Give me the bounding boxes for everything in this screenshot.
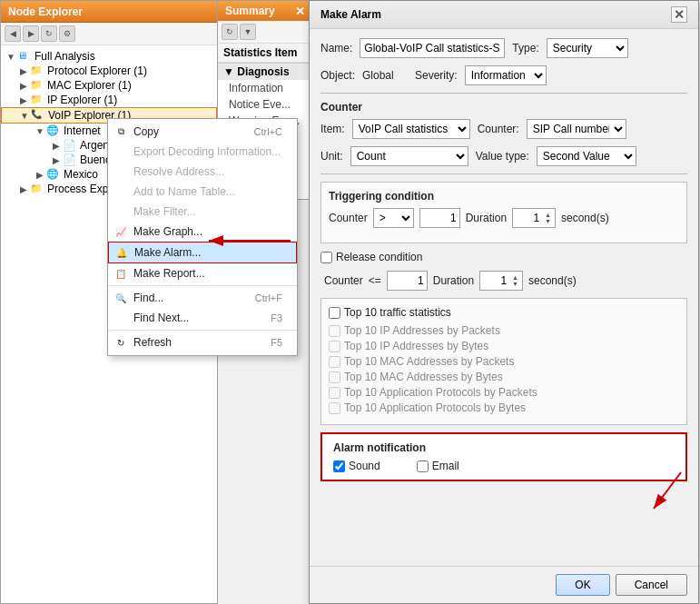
unit-label: Unit: <box>320 150 343 163</box>
release-condition-label[interactable]: Release condition <box>320 251 422 263</box>
counter-label: Counter: <box>478 123 519 135</box>
release-operator: <= <box>369 274 381 287</box>
top10-sub-checkbox-5 <box>329 402 340 414</box>
stats-item-information[interactable]: Information <box>218 80 312 96</box>
stats-item-notice[interactable]: Notice Eve... <box>218 96 312 113</box>
trigger-counter-row: Counter >>=<<== Duration ▲ ▼ second(s) <box>329 208 679 228</box>
release-condition-row: Release condition <box>320 251 687 263</box>
find-next-icon <box>113 311 128 325</box>
menu-item-filter: Make Filter... <box>108 202 297 222</box>
ok-button[interactable]: OK <box>556 574 609 596</box>
severity-select[interactable]: InformationWarningErrorCritical <box>465 65 547 85</box>
name-label: Name: <box>320 42 352 54</box>
expand-icon: ▶ <box>17 81 30 91</box>
trigger-duration-down[interactable]: ▼ <box>543 218 553 224</box>
type-select[interactable]: SecurityInformationWarningError <box>547 38 628 58</box>
trigger-duration-spinbox[interactable]: ▲ ▼ <box>512 208 556 228</box>
top10-item-5: Top 10 Application Protocols by Bytes <box>329 401 679 414</box>
dialog-title: Make Alarm ✕ <box>310 1 698 29</box>
filter-icon <box>113 204 128 219</box>
refresh-small-icon[interactable]: ↻ <box>222 24 238 40</box>
folder-icon: 📁 <box>30 94 44 106</box>
value-type-select[interactable]: Second ValueDelta ValueCumulative Value <box>537 146 636 166</box>
cancel-button[interactable]: Cancel <box>616 574 687 596</box>
menu-item-alarm[interactable]: 🔔 Make Alarm... <box>108 242 297 263</box>
trigger-operator-select[interactable]: >>=<<== <box>373 208 414 228</box>
refresh-menu-icon: ↻ <box>113 335 128 350</box>
unit-select[interactable]: Count <box>350 146 468 166</box>
item-counter-row: Item: VoIP Call statistics Counter: SIP … <box>320 119 687 139</box>
summary-toolbar: ↻ ▼ <box>218 21 312 44</box>
top10-item-4: Top 10 Application Protocols by Packets <box>329 386 679 399</box>
release-value-input[interactable] <box>387 271 428 291</box>
release-duration-spinbox[interactable]: ▲ ▼ <box>479 271 523 291</box>
menu-item-add-name: Add to Name Table... <box>108 182 297 202</box>
refresh-icon[interactable]: ↻ <box>41 25 57 42</box>
voip-icon: 📞 <box>31 109 45 122</box>
folder-icon: 📁 <box>30 183 44 195</box>
tree-item-protocol[interactable]: ▶ 📁 Protocol Explorer (1) <box>1 64 217 78</box>
counter-select[interactable]: SIP Call number <box>527 119 626 139</box>
top10-item-3: Top 10 MAC Addresses by Bytes <box>329 371 679 383</box>
release-duration-up[interactable]: ▲ <box>510 274 520 281</box>
email-label[interactable]: Email <box>417 460 459 472</box>
menu-item-copy[interactable]: ⧉ Copy Ctrl+C <box>108 122 297 142</box>
release-condition-checkbox[interactable] <box>320 252 332 263</box>
type-label: Type: <box>512 42 538 54</box>
menu-item-report[interactable]: 📋 Make Report... <box>108 263 297 283</box>
node-explorer-title: Node Explorer <box>1 1 217 23</box>
top10-item-2: Top 10 MAC Addresses by Packets <box>329 355 679 368</box>
object-label: Object: <box>320 69 355 82</box>
expand-icon: ▶ <box>34 170 46 180</box>
section-divider-1 <box>320 93 687 94</box>
tree-item-label: MAC Explorer (1) <box>47 79 132 92</box>
menu-item-find[interactable]: 🔍 Find... Ctrl+F <box>108 288 297 308</box>
find-icon: 🔍 <box>113 291 128 305</box>
top10-header: Top 10 traffic statistics <box>329 306 679 319</box>
tree-item-full-analysis[interactable]: ▼ 🖥 Full Analysis <box>1 49 217 64</box>
trigger-value-input[interactable] <box>419 208 460 228</box>
diagnosis-header[interactable]: ▼ Diagnosis <box>218 63 312 80</box>
sound-label[interactable]: Sound <box>333 460 380 472</box>
tree-item-mac[interactable]: ▶ 📁 MAC Explorer (1) <box>1 78 217 93</box>
settings-icon[interactable]: ⚙ <box>59 25 75 42</box>
back-icon[interactable]: ◀ <box>5 25 21 42</box>
release-duration-input[interactable] <box>482 272 509 289</box>
export-icon <box>113 144 128 159</box>
top10-sub-checkbox-4 <box>329 387 340 399</box>
tree-item-label: Internet <box>64 124 101 137</box>
dialog-close-button[interactable]: ✕ <box>671 6 687 23</box>
name-input[interactable] <box>360 38 505 58</box>
object-value: Global <box>362 69 408 82</box>
tree-item-label: Protocol Explorer (1) <box>47 64 147 77</box>
menu-item-resolve: Resolve Address... <box>108 162 297 182</box>
summary-close-button[interactable]: ✕ <box>295 5 305 17</box>
top10-checkbox[interactable] <box>329 307 340 319</box>
email-checkbox[interactable] <box>417 460 429 472</box>
release-duration-down[interactable]: ▼ <box>510 281 520 287</box>
menu-separator <box>108 285 297 286</box>
trigger-duration-up[interactable]: ▲ <box>543 212 553 218</box>
menu-item-find-next[interactable]: Find Next... F3 <box>108 308 297 328</box>
triggering-condition-section: Triggering condition Counter >>=<<== Dur… <box>320 182 687 243</box>
top10-item-1: Top 10 IP Addresses by Bytes <box>329 340 679 352</box>
report-icon: 📋 <box>113 266 128 281</box>
sound-checkbox[interactable] <box>333 460 345 472</box>
alarm-notification-section: Alarm notification Sound Email <box>320 432 687 481</box>
folder-icon: 📁 <box>30 64 44 77</box>
forward-icon[interactable]: ▶ <box>23 25 39 42</box>
tree-item-ip[interactable]: ▶ 📁 IP Explorer (1) <box>1 93 217 107</box>
top10-label[interactable]: Top 10 traffic statistics <box>329 306 451 319</box>
dropdown-icon[interactable]: ▼ <box>240 24 256 40</box>
trigger-seconds-label: second(s) <box>561 212 609 224</box>
item-label: Item: <box>320 123 345 135</box>
trigger-duration-input[interactable] <box>515 210 542 226</box>
top10-sub-checkbox-3 <box>329 371 340 383</box>
menu-item-refresh[interactable]: ↻ Refresh F5 <box>108 332 297 352</box>
menu-item-graph[interactable]: 📈 Make Graph... <box>108 222 297 242</box>
item-select[interactable]: VoIP Call statistics <box>352 119 470 139</box>
item-icon: 📄 <box>63 139 77 152</box>
monitor-icon: 🖥 <box>17 50 32 63</box>
expand-icon: ▼ <box>34 126 46 136</box>
counter-section-label: Counter <box>320 101 687 114</box>
